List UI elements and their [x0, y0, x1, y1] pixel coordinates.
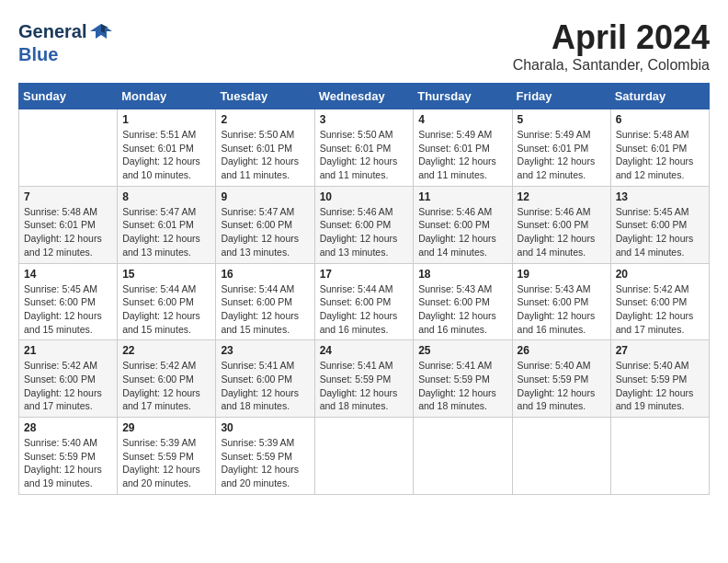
calendar-day-cell [19, 109, 118, 187]
calendar-day-cell: 5Sunrise: 5:49 AMSunset: 6:01 PMDaylight… [512, 109, 610, 187]
day-number: 3 [320, 113, 409, 126]
day-detail: Sunrise: 5:39 AMSunset: 5:59 PMDaylight:… [221, 436, 309, 490]
day-number: 18 [418, 268, 506, 281]
calendar-day-cell: 3Sunrise: 5:50 AMSunset: 6:01 PMDaylight… [314, 109, 414, 187]
day-number: 28 [24, 421, 112, 434]
calendar-day-cell: 8Sunrise: 5:47 AMSunset: 6:01 PMDaylight… [118, 186, 216, 263]
calendar-day-cell: 14Sunrise: 5:45 AMSunset: 6:00 PMDayligh… [19, 263, 118, 340]
calendar-day-cell [414, 418, 512, 495]
logo-general-text: General [18, 21, 86, 42]
day-detail: Sunrise: 5:40 AMSunset: 5:59 PMDaylight:… [24, 436, 112, 490]
day-detail: Sunrise: 5:44 AMSunset: 6:00 PMDaylight:… [122, 282, 210, 337]
day-detail: Sunrise: 5:39 AMSunset: 5:59 PMDaylight:… [122, 436, 210, 490]
day-detail: Sunrise: 5:42 AMSunset: 6:00 PMDaylight:… [616, 282, 704, 337]
logo-blue-text: Blue [18, 44, 58, 65]
day-number: 11 [418, 190, 506, 203]
day-detail: Sunrise: 5:46 AMSunset: 6:00 PMDaylight:… [320, 205, 409, 259]
day-number: 25 [418, 344, 506, 357]
col-monday: Monday [118, 84, 216, 109]
calendar-day-cell: 30Sunrise: 5:39 AMSunset: 5:59 PMDayligh… [216, 418, 314, 495]
calendar-day-cell: 21Sunrise: 5:42 AMSunset: 6:00 PMDayligh… [19, 340, 118, 418]
col-saturday: Saturday [610, 84, 709, 109]
day-detail: Sunrise: 5:50 AMSunset: 6:01 PMDaylight:… [320, 128, 409, 182]
title-area: April 2024 Charala, Santander, Colombia [513, 18, 710, 74]
day-number: 17 [320, 268, 409, 281]
calendar-day-cell: 7Sunrise: 5:48 AMSunset: 6:01 PMDaylight… [19, 186, 118, 263]
day-detail: Sunrise: 5:45 AMSunset: 6:00 PMDaylight:… [616, 205, 704, 259]
calendar-day-cell: 12Sunrise: 5:46 AMSunset: 6:00 PMDayligh… [512, 186, 610, 263]
day-detail: Sunrise: 5:47 AMSunset: 6:01 PMDaylight:… [122, 205, 210, 259]
col-sunday: Sunday [19, 84, 118, 109]
day-detail: Sunrise: 5:41 AMSunset: 5:59 PMDaylight:… [320, 359, 409, 413]
calendar-day-cell [512, 418, 610, 495]
calendar-day-cell: 20Sunrise: 5:42 AMSunset: 6:00 PMDayligh… [610, 263, 709, 340]
day-number: 13 [616, 190, 704, 203]
calendar-day-cell: 13Sunrise: 5:45 AMSunset: 6:00 PMDayligh… [610, 186, 709, 263]
header: General Blue April 2024 Charala, Santand… [18, 18, 710, 74]
day-number: 23 [221, 344, 309, 357]
calendar-day-cell: 10Sunrise: 5:46 AMSunset: 6:00 PMDayligh… [314, 186, 414, 263]
day-number: 27 [616, 344, 704, 357]
calendar-day-cell [610, 418, 709, 495]
calendar-day-cell: 25Sunrise: 5:41 AMSunset: 5:59 PMDayligh… [414, 340, 512, 418]
day-detail: Sunrise: 5:42 AMSunset: 6:00 PMDaylight:… [122, 359, 210, 413]
calendar-week-row: 14Sunrise: 5:45 AMSunset: 6:00 PMDayligh… [19, 263, 710, 340]
day-number: 21 [24, 344, 112, 357]
day-number: 19 [518, 268, 606, 281]
col-tuesday: Tuesday [216, 84, 314, 109]
calendar-week-row: 7Sunrise: 5:48 AMSunset: 6:01 PMDaylight… [19, 186, 710, 263]
day-detail: Sunrise: 5:51 AMSunset: 6:01 PMDaylight:… [122, 128, 210, 182]
day-detail: Sunrise: 5:49 AMSunset: 6:01 PMDaylight:… [418, 128, 506, 182]
calendar-week-row: 21Sunrise: 5:42 AMSunset: 6:00 PMDayligh… [19, 340, 710, 418]
day-number: 12 [518, 190, 606, 203]
day-number: 29 [122, 421, 210, 434]
logo: General Blue [18, 18, 114, 65]
day-number: 14 [24, 268, 112, 281]
day-number: 5 [518, 113, 606, 126]
day-detail: Sunrise: 5:49 AMSunset: 6:01 PMDaylight:… [518, 128, 606, 182]
calendar-day-cell: 26Sunrise: 5:40 AMSunset: 5:59 PMDayligh… [512, 340, 610, 418]
day-detail: Sunrise: 5:44 AMSunset: 6:00 PMDaylight:… [320, 282, 409, 337]
day-detail: Sunrise: 5:47 AMSunset: 6:00 PMDaylight:… [221, 205, 309, 259]
day-number: 24 [320, 344, 409, 357]
calendar-day-cell: 18Sunrise: 5:43 AMSunset: 6:00 PMDayligh… [414, 263, 512, 340]
calendar-day-cell [314, 418, 414, 495]
day-detail: Sunrise: 5:40 AMSunset: 5:59 PMDaylight:… [616, 359, 704, 413]
day-number: 1 [122, 113, 210, 126]
logo-bird-icon [88, 18, 114, 44]
day-number: 10 [320, 190, 409, 203]
day-number: 8 [122, 190, 210, 203]
day-number: 15 [122, 268, 210, 281]
col-wednesday: Wednesday [314, 84, 414, 109]
col-thursday: Thursday [414, 84, 512, 109]
calendar-week-row: 28Sunrise: 5:40 AMSunset: 5:59 PMDayligh… [19, 418, 710, 495]
calendar-day-cell: 23Sunrise: 5:41 AMSunset: 6:00 PMDayligh… [216, 340, 314, 418]
day-number: 16 [221, 268, 309, 281]
day-number: 30 [221, 421, 309, 434]
location-title: Charala, Santander, Colombia [513, 57, 710, 74]
calendar-day-cell: 1Sunrise: 5:51 AMSunset: 6:01 PMDaylight… [118, 109, 216, 187]
calendar-day-cell: 22Sunrise: 5:42 AMSunset: 6:00 PMDayligh… [118, 340, 216, 418]
day-detail: Sunrise: 5:43 AMSunset: 6:00 PMDaylight:… [418, 282, 506, 337]
day-detail: Sunrise: 5:41 AMSunset: 6:00 PMDaylight:… [221, 359, 309, 413]
calendar-day-cell: 16Sunrise: 5:44 AMSunset: 6:00 PMDayligh… [216, 263, 314, 340]
calendar-day-cell: 17Sunrise: 5:44 AMSunset: 6:00 PMDayligh… [314, 263, 414, 340]
day-detail: Sunrise: 5:45 AMSunset: 6:00 PMDaylight:… [24, 282, 112, 337]
calendar-header-row: Sunday Monday Tuesday Wednesday Thursday… [19, 84, 710, 109]
day-detail: Sunrise: 5:43 AMSunset: 6:00 PMDaylight:… [518, 282, 606, 337]
calendar-day-cell: 2Sunrise: 5:50 AMSunset: 6:01 PMDaylight… [216, 109, 314, 187]
day-detail: Sunrise: 5:42 AMSunset: 6:00 PMDaylight:… [24, 359, 112, 413]
day-number: 20 [616, 268, 704, 281]
day-number: 7 [24, 190, 112, 203]
day-number: 22 [122, 344, 210, 357]
day-number: 4 [418, 113, 506, 126]
day-detail: Sunrise: 5:46 AMSunset: 6:00 PMDaylight:… [418, 205, 506, 259]
day-detail: Sunrise: 5:48 AMSunset: 6:01 PMDaylight:… [616, 128, 704, 182]
day-number: 2 [221, 113, 309, 126]
calendar-table: Sunday Monday Tuesday Wednesday Thursday… [18, 83, 710, 495]
calendar-day-cell: 27Sunrise: 5:40 AMSunset: 5:59 PMDayligh… [610, 340, 709, 418]
calendar-day-cell: 15Sunrise: 5:44 AMSunset: 6:00 PMDayligh… [118, 263, 216, 340]
col-friday: Friday [512, 84, 610, 109]
day-detail: Sunrise: 5:40 AMSunset: 5:59 PMDaylight:… [518, 359, 606, 413]
day-number: 26 [518, 344, 606, 357]
